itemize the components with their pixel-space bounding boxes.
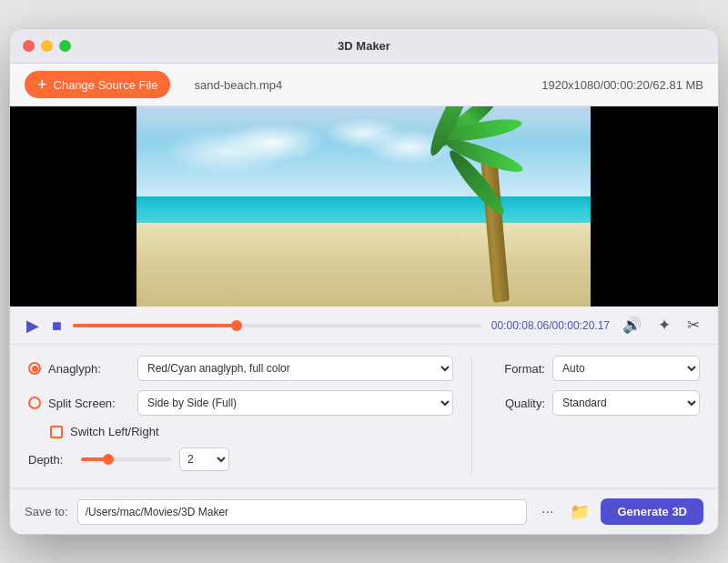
scissors-button[interactable]: ✂ xyxy=(683,314,703,337)
format-label: Format: xyxy=(490,362,545,376)
black-bar-left xyxy=(10,106,137,307)
stop-icon: ■ xyxy=(52,317,62,335)
time-current: 00:00:08.06 xyxy=(491,319,549,332)
plus-icon: + xyxy=(37,76,47,93)
generate-3d-button[interactable]: Generate 3D xyxy=(601,498,703,525)
split-screen-radio[interactable] xyxy=(28,397,41,409)
palm-tree xyxy=(419,111,564,302)
scissors-icon: ✂ xyxy=(687,317,700,334)
quality-select[interactable]: Standard High Low xyxy=(552,390,700,416)
split-screen-select[interactable]: Side by Side (Full) Side by Side (Half) … xyxy=(137,390,453,416)
folder-icon: 📁 xyxy=(570,503,590,521)
titlebar: 3D Maker xyxy=(10,29,718,64)
anaglyph-label: Anaglyph: xyxy=(48,362,130,376)
settings-left: Anaglyph: Red/Cyan anaglyph, full color … xyxy=(28,356,453,477)
close-button[interactable] xyxy=(23,40,35,52)
anaglyph-select[interactable]: Red/Cyan anaglyph, full color Red/Cyan a… xyxy=(137,356,453,381)
save-to-label: Save to: xyxy=(25,505,68,518)
volume-button[interactable]: 🔊 xyxy=(619,314,645,337)
depth-thumb xyxy=(103,454,114,465)
format-row: Format: Auto MP4 MKV AVI xyxy=(490,356,700,381)
star-button[interactable]: ✦ xyxy=(654,314,674,337)
star-icon: ✦ xyxy=(658,317,671,334)
window-controls xyxy=(23,40,71,52)
progress-thumb xyxy=(231,320,242,331)
progress-bar[interactable] xyxy=(73,324,482,327)
switch-lr-checkbox[interactable] xyxy=(50,426,63,438)
split-screen-label: Split Screen: xyxy=(48,397,130,410)
play-icon: ▶ xyxy=(26,317,39,335)
window-title: 3D Maker xyxy=(338,39,390,53)
open-folder-button[interactable]: 📁 xyxy=(568,500,592,524)
video-preview xyxy=(10,106,718,307)
change-source-label: Change Source File xyxy=(54,78,158,92)
beach-scene xyxy=(136,106,592,307)
settings-right: Format: Auto MP4 MKV AVI Quality: Standa… xyxy=(490,356,700,477)
switch-lr-row: Switch Left/Right xyxy=(50,425,453,438)
maximize-button[interactable] xyxy=(59,40,71,52)
palm-leaves xyxy=(419,111,555,184)
anaglyph-row: Anaglyph: Red/Cyan anaglyph, full color … xyxy=(28,356,453,381)
time-display: 00:00:08.06/00:00:20.17 xyxy=(491,319,610,332)
stop-button[interactable]: ■ xyxy=(50,316,64,336)
minimize-button[interactable] xyxy=(41,40,53,52)
settings-panel: Anaglyph: Red/Cyan anaglyph, full color … xyxy=(10,345,718,488)
quality-row: Quality: Standard High Low xyxy=(490,390,700,416)
black-bar-right xyxy=(591,106,718,307)
toolbar: + Change Source File sand-beach.mp4 1920… xyxy=(10,64,718,106)
file-name: sand-beach.mp4 xyxy=(194,78,282,92)
change-source-button[interactable]: + Change Source File xyxy=(25,71,170,98)
depth-label: Depth: xyxy=(28,453,74,467)
app-window: 3D Maker + Change Source File sand-beach… xyxy=(9,28,719,535)
switch-lr-label: Switch Left/Right xyxy=(70,425,159,438)
quality-label: Quality: xyxy=(490,397,545,410)
depth-value-select[interactable]: 1 2 3 4 5 xyxy=(179,447,229,471)
time-total: 00:00:20.17 xyxy=(552,319,610,332)
bottom-bar: Save to: ··· 📁 Generate 3D xyxy=(10,488,718,534)
format-select[interactable]: Auto MP4 MKV AVI xyxy=(552,356,700,381)
file-meta: 1920x1080/00:00:20/62.81 MB xyxy=(541,78,703,92)
progress-fill xyxy=(73,324,237,327)
browse-dots-button[interactable]: ··· xyxy=(536,502,559,522)
volume-icon: 🔊 xyxy=(622,317,642,334)
split-screen-row: Split Screen: Side by Side (Full) Side b… xyxy=(28,390,453,416)
save-path-input[interactable] xyxy=(77,499,527,525)
depth-slider[interactable] xyxy=(81,457,172,461)
controls-bar: ▶ ■ 00:00:08.06/00:00:20.17 🔊 ✦ ✂ xyxy=(10,307,718,345)
settings-divider xyxy=(471,356,472,477)
anaglyph-radio[interactable] xyxy=(28,362,41,375)
depth-row: Depth: 1 2 3 4 5 xyxy=(28,447,453,471)
play-button[interactable]: ▶ xyxy=(25,316,41,336)
